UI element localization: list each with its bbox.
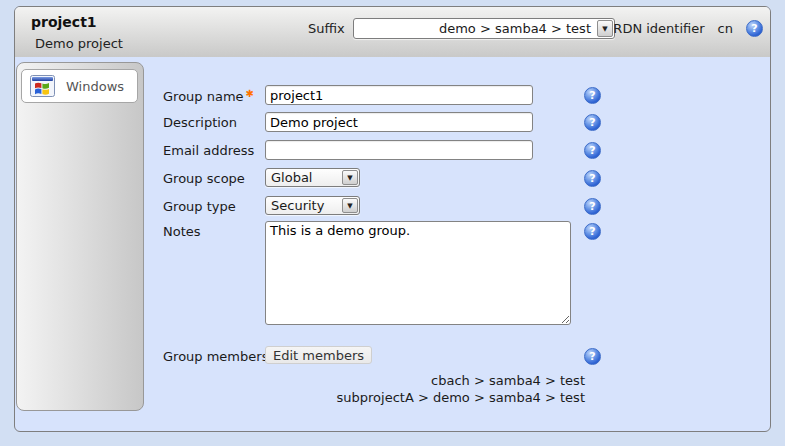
group-scope-label: Group scope	[163, 171, 245, 186]
help-icon[interactable]: ?	[584, 348, 601, 365]
group-name-input[interactable]	[265, 85, 533, 105]
rdn-identifier-value: cn	[718, 21, 733, 36]
group-type-row: Group type Security ▼ ?	[15, 196, 770, 220]
group-name-row: Group name✱ ?	[15, 85, 770, 109]
description-label: Description	[163, 115, 237, 130]
suffix-label: Suffix	[308, 21, 345, 36]
group-scope-value: Global	[266, 170, 341, 185]
content-area: Windows Group name✱ ? Description ? Emai…	[15, 57, 770, 431]
notes-textarea[interactable]: This is a demo group.	[265, 221, 571, 325]
rdn-identifier-label: RDN identifier	[613, 21, 704, 36]
help-icon[interactable]: ?	[584, 87, 601, 104]
notes-label: Notes	[163, 224, 201, 239]
chevron-down-icon[interactable]: ▼	[597, 20, 613, 37]
description-row: Description ?	[15, 112, 770, 136]
edit-members-button[interactable]: Edit members	[265, 346, 372, 364]
help-icon[interactable]: ?	[746, 20, 763, 37]
description-input[interactable]	[265, 112, 533, 132]
member-entry: cbach > samba4 > test	[265, 373, 585, 388]
help-icon[interactable]: ?	[584, 170, 601, 187]
group-type-label: Group type	[163, 199, 236, 214]
group-scope-row: Group scope Global ▼ ?	[15, 168, 770, 192]
group-type-select[interactable]: Security ▼	[265, 196, 360, 215]
notes-row: Notes This is a demo group. ?	[15, 221, 770, 331]
group-type-value: Security	[266, 198, 341, 213]
email-row: Email address ?	[15, 140, 770, 164]
chevron-down-icon[interactable]: ▼	[342, 170, 358, 185]
suffix-select-value: demo > samba4 > test	[354, 21, 596, 36]
required-marker: ✱	[246, 88, 254, 99]
help-icon[interactable]: ?	[584, 114, 601, 131]
page-title: project1	[31, 14, 97, 30]
suffix-select[interactable]: demo > samba4 > test ▼	[353, 18, 615, 39]
rdn-identifier-group: RDN identifier cn ?	[613, 20, 763, 37]
page-subtitle: Demo project	[35, 36, 123, 51]
help-icon[interactable]: ?	[584, 198, 601, 215]
help-icon[interactable]: ?	[584, 142, 601, 159]
help-icon[interactable]: ?	[584, 223, 601, 240]
group-name-label: Group name✱	[163, 88, 254, 104]
chevron-down-icon[interactable]: ▼	[342, 198, 358, 213]
email-input[interactable]	[265, 140, 533, 160]
window-header: project1 Demo project Suffix demo > samb…	[15, 7, 770, 57]
group-scope-select[interactable]: Global ▼	[265, 168, 360, 187]
email-label: Email address	[163, 143, 254, 158]
group-edit-window: project1 Demo project Suffix demo > samb…	[14, 6, 771, 432]
member-entry: subprojectA > demo > samba4 > test	[265, 390, 585, 405]
group-members-label: Group members	[163, 349, 268, 364]
group-members-row: Group members Edit members ?	[15, 346, 770, 370]
